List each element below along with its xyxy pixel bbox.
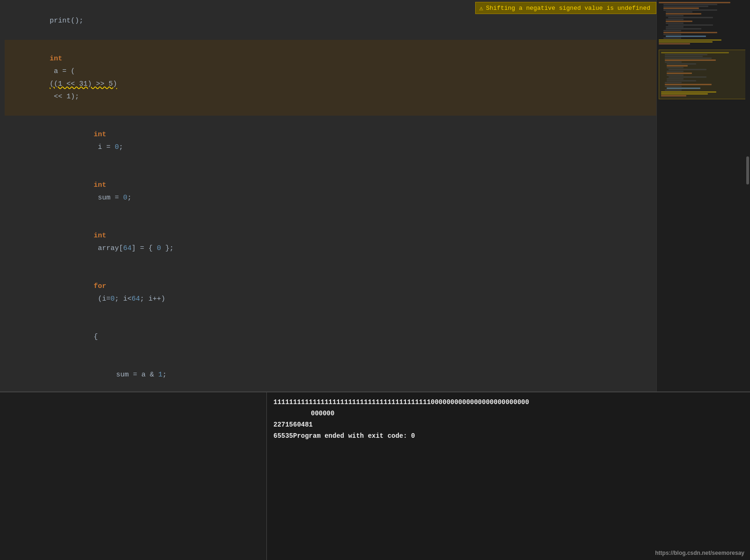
minimap-line	[669, 76, 706, 78]
code-keyword: int	[94, 181, 106, 189]
minimap-line	[665, 56, 703, 57]
table-row: {	[5, 318, 656, 356]
minimap-line	[667, 80, 696, 81]
minimap-line	[665, 58, 712, 59]
minimap-line	[667, 63, 696, 65]
code-keyword: int	[50, 55, 62, 63]
table-row: int array[64] = { 0 };	[5, 217, 656, 267]
minimap-line	[659, 43, 690, 44]
minimap-line	[665, 86, 682, 87]
scrollbar-track[interactable]	[745, 0, 750, 391]
output-terminal: 1111111111111111111111111111111111111111…	[267, 392, 750, 560]
code-text: i = 0;	[94, 143, 123, 151]
code-text: a = (	[50, 67, 75, 75]
minimap-line	[665, 61, 682, 63]
minimap-line	[666, 28, 701, 29]
minimap-line	[659, 41, 713, 43]
code-text: array[64] = { 0 };	[94, 244, 174, 252]
minimap-line	[666, 22, 684, 24]
code-keyword: for	[94, 282, 106, 290]
code-panel: ⚠ Shifting a negative signed value is un…	[0, 0, 656, 391]
minimap-line	[666, 19, 684, 20]
code-keyword: int	[94, 232, 106, 240]
minimap-line	[665, 54, 707, 55]
url-bar: https://blog.csdn.net/seemoresay	[655, 550, 744, 556]
minimap-line	[667, 73, 692, 74]
minimap-line	[665, 82, 682, 83]
code-text: (i=0; i<64; i++)	[94, 295, 165, 303]
minimap-line	[661, 52, 729, 53]
scrollbar-thumb[interactable]	[746, 156, 749, 184]
minimap-line	[667, 74, 684, 76]
minimap-line	[663, 7, 699, 9]
table-row: for (i=0; i<64; i++)	[5, 267, 656, 318]
warning-icon: ⚠	[479, 4, 483, 12]
editor-area: ⚠ Shifting a negative signed value is un…	[0, 0, 750, 391]
minimap-line	[666, 36, 706, 37]
line-code: int a = ( ((1 << 31) >> 5) << 1);	[5, 40, 656, 116]
minimap-line	[666, 26, 684, 28]
minimap-line	[666, 15, 684, 16]
code-text: sum = a & 1;	[116, 371, 167, 379]
line-code: int i = 0;	[5, 116, 656, 166]
output-line-2: 000000	[273, 408, 743, 419]
minimap-line	[661, 91, 716, 93]
minimap-line	[667, 67, 684, 68]
line-code: int array[64] = { 0 };	[5, 217, 656, 267]
minimap-code	[657, 0, 750, 391]
minimap-line	[668, 17, 713, 18]
minimap-line	[667, 88, 700, 89]
table-row: sum = a & 1;	[5, 356, 656, 391]
minimap-line	[663, 6, 708, 7]
minimap-line	[663, 34, 681, 35]
minimap-line	[663, 32, 717, 33]
line-code: {	[5, 318, 656, 356]
minimap-line	[667, 65, 688, 66]
minimap-line	[659, 39, 721, 41]
code-keyword: int	[94, 131, 106, 139]
warning-bar: ⚠ Shifting a negative signed value is un…	[475, 2, 657, 14]
minimap-line	[667, 71, 684, 72]
minimap-line	[661, 95, 686, 96]
minimap-line	[665, 59, 716, 61]
minimap-line	[665, 84, 712, 85]
table-row: int i = 0;	[5, 116, 656, 166]
code-content: ⚠ Shifting a negative signed value is un…	[0, 0, 656, 391]
output-left-panel	[0, 392, 267, 560]
minimap-line	[661, 93, 708, 95]
code-text: {	[94, 333, 98, 341]
minimap-line	[663, 9, 717, 11]
bottom-panel: 1111111111111111111111111111111111111111…	[0, 391, 750, 560]
minimap-line	[666, 13, 701, 15]
minimap-line	[663, 37, 681, 39]
table-row: int a = ( ((1 << 31) >> 5) << 1);	[5, 40, 656, 116]
line-code: int sum = 0;	[5, 166, 656, 217]
code-text: << 1);	[50, 93, 79, 101]
warning-text: Shifting a negative signed value is unde…	[486, 5, 650, 12]
minimap-line	[663, 4, 717, 5]
minimap-line	[659, 2, 730, 3]
minimap-line	[666, 21, 692, 22]
line-code: for (i=0; i<64; i++)	[5, 267, 656, 318]
code-text-underlined: ((1 << 31) >> 5)	[50, 80, 117, 88]
minimap-line	[669, 69, 706, 70]
minimap-line	[667, 78, 684, 80]
minimap	[656, 0, 750, 391]
output-line-3: 2271560481	[273, 420, 743, 430]
output-line-4: 65535Program ended with exit code: 0	[273, 431, 743, 441]
line-code: sum = a & 1;	[5, 356, 656, 391]
minimap-line	[666, 11, 692, 13]
code-text: sum = 0;	[94, 194, 132, 202]
minimap-line	[663, 30, 681, 31]
minimap-line	[665, 89, 682, 91]
code-text: print();	[50, 17, 83, 25]
output-line-1: 1111111111111111111111111111111111111111…	[273, 397, 743, 407]
minimap-line	[668, 24, 713, 26]
table-row: int sum = 0;	[5, 166, 656, 217]
